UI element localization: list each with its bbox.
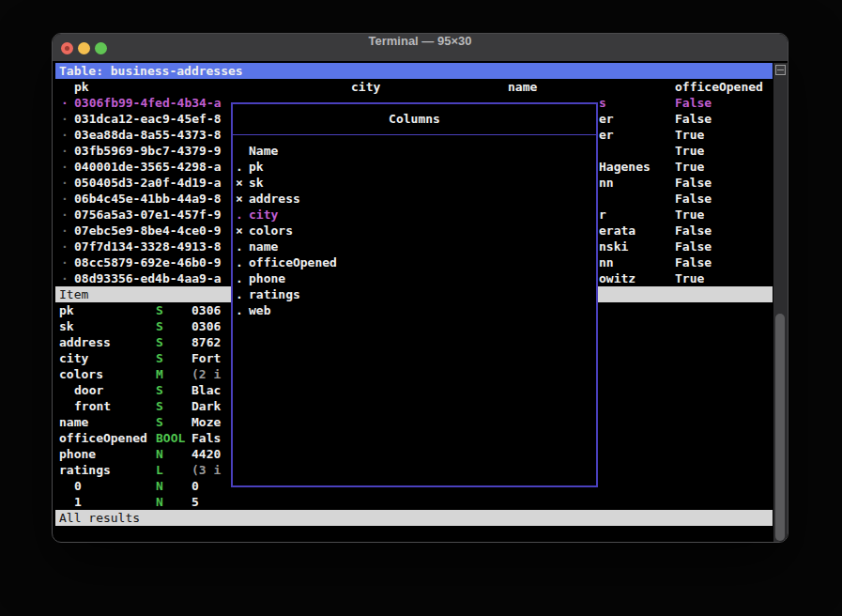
row-bullet-icon: · xyxy=(61,239,69,254)
scrollbar-thumb[interactable] xyxy=(775,314,785,541)
split-pane-button[interactable] xyxy=(775,65,786,75)
row-name-fragment: s xyxy=(599,95,606,111)
row-pk: 07ebc5e9-8be4-4ce0-9 xyxy=(74,223,222,239)
field-name: front xyxy=(74,398,111,414)
field-value: Moze xyxy=(191,414,221,430)
row-name-fragment: er xyxy=(599,111,614,127)
row-office-opened: False xyxy=(675,254,712,270)
row-pk: 03ea88da-8a55-4373-8 xyxy=(74,127,222,143)
row-name-fragment: er xyxy=(599,127,614,143)
row-office-opened: False xyxy=(675,111,712,127)
dialog-title: Columns xyxy=(233,111,596,127)
column-marker-icon: . xyxy=(236,239,243,254)
field-value: Fals xyxy=(191,430,221,446)
row-pk: 0756a5a3-07e1-457f-9 xyxy=(74,207,222,223)
column-label: phone xyxy=(249,270,285,286)
field-name: 0 xyxy=(74,478,82,494)
field-value: 0306 xyxy=(191,318,221,334)
status-bar: All results xyxy=(55,510,773,526)
column-name-header: Name xyxy=(249,143,278,159)
column-marker-icon: . xyxy=(236,302,243,318)
field-name: address xyxy=(59,334,111,350)
column-marker-icon: . xyxy=(236,254,243,270)
row-bullet-icon: · xyxy=(61,254,69,270)
column-label: officeOpened xyxy=(249,254,337,270)
item-panel-title: Item xyxy=(59,286,88,302)
column-label: address xyxy=(249,191,300,207)
field-type: N xyxy=(156,446,163,462)
field-value: Dark xyxy=(191,398,221,414)
row-pk: 07f7d134-3328-4913-8 xyxy=(74,239,222,254)
field-name: name xyxy=(59,414,88,430)
column-label: ratings xyxy=(249,286,300,302)
terminal-content: Table: business-addresses pk city name o… xyxy=(55,62,788,542)
terminal-window: Terminal — 95×30 Table: business-address… xyxy=(52,33,788,543)
row-name-fragment: Hagenes xyxy=(599,159,651,175)
dialog-separator xyxy=(233,134,596,135)
row-bullet-icon: · xyxy=(61,223,69,239)
row-pk: 0306fb99-4fed-4b34-a xyxy=(74,95,222,111)
status-text: All results xyxy=(59,510,140,526)
header-name: name xyxy=(508,79,537,95)
field-name: officeOpened xyxy=(59,430,147,446)
header-officeOpened: officeOpened xyxy=(675,79,763,95)
row-pk: 08d93356-ed4b-4aa9-a xyxy=(74,270,222,286)
field-type: S xyxy=(156,398,163,414)
row-office-opened: False xyxy=(675,191,712,207)
field-type: S xyxy=(156,318,163,334)
row-office-opened: False xyxy=(675,223,712,239)
field-type: S xyxy=(156,302,163,318)
column-marker-icon: × xyxy=(236,191,243,207)
row-bullet-icon: · xyxy=(61,191,69,207)
field-name: city xyxy=(59,350,88,366)
row-office-opened: False xyxy=(675,95,712,111)
row-bullet-icon: · xyxy=(61,95,69,111)
column-label: pk xyxy=(249,159,264,175)
field-value: 4420 xyxy=(191,446,221,462)
field-name: pk xyxy=(59,302,74,318)
row-pk: 050405d3-2a0f-4d19-a xyxy=(74,175,222,191)
field-name: ratings xyxy=(59,462,111,478)
titlebar[interactable]: Terminal — 95×30 xyxy=(53,34,788,62)
row-office-opened: True xyxy=(675,270,704,286)
table-title-bar: Table: business-addresses xyxy=(55,63,773,79)
field-name: door xyxy=(74,382,103,398)
field-name: 1 xyxy=(74,494,82,510)
field-value: 8762 xyxy=(191,334,221,350)
column-label: web xyxy=(249,302,270,318)
column-label: name xyxy=(249,239,278,254)
row-name-fragment: owitz xyxy=(599,270,635,286)
row-bullet-icon: · xyxy=(61,175,69,191)
table-title: Table: business-addresses xyxy=(59,63,243,79)
field-name: sk xyxy=(59,318,74,334)
row-bullet-icon: · xyxy=(61,159,69,175)
row-office-opened: True xyxy=(675,127,704,143)
field-type: N xyxy=(156,494,163,510)
field-name: phone xyxy=(59,446,96,462)
row-name-fragment: nn xyxy=(599,254,614,270)
header-city: city xyxy=(351,79,380,95)
column-marker-icon: × xyxy=(236,223,243,239)
column-marker-icon: . xyxy=(236,286,243,302)
column-marker-icon: . xyxy=(236,159,243,175)
row-office-opened: True xyxy=(675,207,704,223)
scrollbar[interactable] xyxy=(773,63,788,542)
row-bullet-icon: · xyxy=(61,270,69,286)
row-office-opened: False xyxy=(675,175,712,191)
column-marker-icon: . xyxy=(236,207,243,223)
row-pk: 06b4c45e-41bb-44a9-8 xyxy=(74,191,222,207)
column-label: sk xyxy=(249,175,264,191)
window-title: Terminal — 95×30 xyxy=(53,34,788,62)
row-office-opened: True xyxy=(675,143,704,159)
row-pk: 03fb5969-9bc7-4379-9 xyxy=(74,143,222,159)
field-type: N xyxy=(156,478,163,494)
row-pk: 040001de-3565-4298-a xyxy=(74,159,222,175)
row-name-fragment: nn xyxy=(599,175,614,191)
row-bullet-icon: · xyxy=(61,127,69,143)
field-value: (2 i xyxy=(191,366,221,382)
field-name: colors xyxy=(59,366,103,382)
row-office-opened: False xyxy=(675,239,712,254)
row-bullet-icon: · xyxy=(61,143,69,159)
columns-dialog: Columns Name .pk×sk×address.city×colors.… xyxy=(231,102,598,487)
row-pk: 08cc5879-692e-46b0-9 xyxy=(74,254,222,270)
